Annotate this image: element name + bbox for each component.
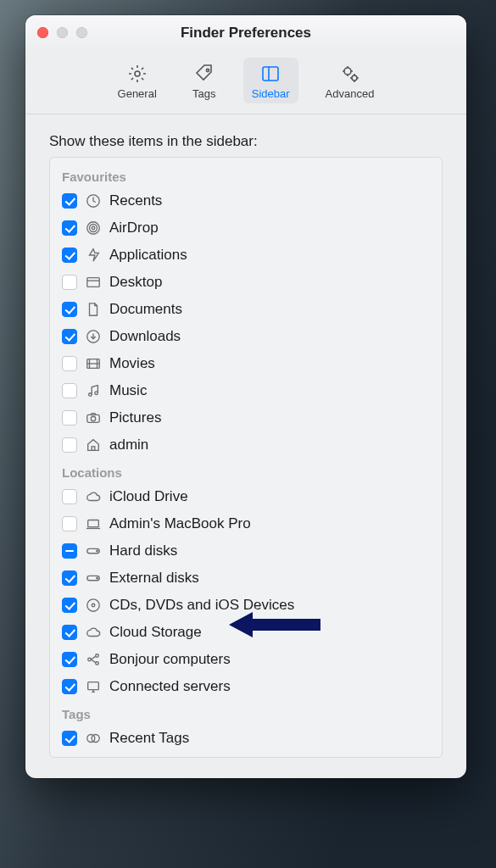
label-pictures: Pictures: [109, 409, 161, 426]
instruction-label: Show these items in the sidebar:: [49, 133, 443, 150]
checkbox-recents[interactable]: [62, 193, 77, 209]
svg-point-29: [88, 658, 92, 661]
row-movies: Movies: [50, 350, 442, 377]
svg-rect-22: [88, 520, 99, 527]
svg-point-26: [97, 577, 98, 578]
checkbox-pictures[interactable]: [62, 410, 77, 426]
tab-tags[interactable]: Tags: [184, 58, 225, 103]
svg-point-28: [92, 604, 95, 607]
svg-point-0: [135, 71, 140, 76]
checkbox-recenttags[interactable]: [62, 731, 77, 746]
disc-icon: [85, 597, 102, 614]
label-harddisks: Hard disks: [109, 542, 177, 559]
checkbox-downloads[interactable]: [62, 329, 77, 344]
label-cloudstorage: Cloud Storage: [109, 624, 202, 641]
svg-rect-10: [87, 278, 99, 287]
label-recents: Recents: [109, 192, 162, 209]
row-documents: Documents: [50, 296, 442, 323]
row-music: Music: [50, 377, 442, 404]
download-icon: [85, 328, 102, 345]
row-admin: admin: [50, 431, 442, 459]
label-servers: Connected servers: [109, 678, 231, 695]
tab-general[interactable]: General: [109, 58, 165, 103]
checkbox-cloudstorage[interactable]: [62, 625, 77, 640]
document-icon: [85, 301, 102, 318]
svg-point-7: [92, 226, 95, 230]
row-airdrop: AirDrop: [50, 214, 442, 242]
checkbox-thismac[interactable]: [62, 516, 77, 531]
checkbox-airdrop[interactable]: [62, 220, 77, 236]
svg-point-4: [344, 68, 351, 75]
label-music: Music: [109, 382, 147, 399]
label-airdrop: AirDrop: [109, 220, 159, 236]
close-button[interactable]: [37, 27, 48, 38]
label-admin: admin: [109, 437, 148, 453]
monitor-icon: [85, 678, 102, 695]
svg-point-1: [206, 69, 209, 71]
tab-label: Advanced: [326, 87, 375, 100]
label-documents: Documents: [109, 301, 182, 318]
tab-label: General: [118, 87, 157, 100]
row-servers: Connected servers: [50, 673, 442, 700]
label-external: External disks: [109, 570, 199, 587]
tab-sidebar[interactable]: Sidebar: [243, 58, 298, 103]
svg-point-18: [95, 392, 98, 395]
row-cds: CDs, DVDs and iOS Devices: [50, 592, 442, 619]
checkbox-movies[interactable]: [62, 356, 77, 371]
row-desktop: Desktop: [50, 269, 442, 296]
section-favourites: Favourites: [50, 163, 442, 187]
minimize-button[interactable]: [57, 27, 68, 38]
row-external: External disks: [50, 565, 442, 592]
svg-point-8: [90, 225, 98, 232]
laptop-icon: [85, 515, 102, 532]
row-applications: Applications: [50, 242, 442, 269]
network-icon: [85, 651, 102, 668]
checkbox-documents[interactable]: [62, 302, 77, 317]
sidebar-items-panel: Favourites Recents AirDrop Applications …: [49, 157, 443, 758]
row-recents: Recents: [50, 187, 442, 214]
svg-point-17: [89, 393, 92, 397]
checkbox-cds[interactable]: [62, 598, 77, 613]
svg-point-24: [97, 550, 98, 551]
checkbox-applications[interactable]: [62, 248, 77, 263]
row-downloads: Downloads: [50, 323, 442, 350]
checkbox-bonjour[interactable]: [62, 652, 77, 667]
checkbox-harddisks[interactable]: [62, 543, 77, 559]
tab-advanced[interactable]: Advanced: [317, 58, 383, 103]
checkbox-servers[interactable]: [62, 679, 77, 694]
section-locations: Locations: [50, 459, 442, 483]
window-controls: [37, 27, 87, 38]
checkbox-admin[interactable]: [62, 437, 77, 453]
titlebar: Finder Preferences: [25, 15, 466, 51]
label-applications: Applications: [109, 247, 187, 264]
home-icon: [85, 437, 102, 453]
label-thismac: Admin's MacBook Pro: [109, 515, 251, 532]
row-icloud: iCloud Drive: [50, 483, 442, 510]
zoom-button[interactable]: [76, 27, 87, 38]
checkbox-music[interactable]: [62, 383, 77, 398]
row-cloudstorage: Cloud Storage: [50, 619, 442, 646]
row-pictures: Pictures: [50, 404, 442, 431]
svg-point-20: [91, 416, 95, 420]
row-recenttags: Recent Tags: [50, 725, 442, 752]
content: Show these items in the sidebar: Favouri…: [25, 114, 466, 778]
tab-label: Sidebar: [252, 87, 290, 100]
label-movies: Movies: [109, 355, 155, 372]
label-icloud: iCloud Drive: [109, 488, 188, 505]
checkbox-desktop[interactable]: [62, 275, 77, 290]
preferences-window: Finder Preferences General Tags Sidebar …: [25, 15, 466, 778]
music-icon: [85, 382, 102, 399]
svg-rect-32: [88, 682, 99, 690]
checkbox-external[interactable]: [62, 570, 77, 586]
tab-label: Tags: [192, 87, 215, 100]
cloud-icon: [85, 624, 102, 641]
toolbar: General Tags Sidebar Advanced: [25, 51, 466, 114]
gears-icon: [338, 63, 362, 85]
applications-icon: [85, 247, 102, 264]
svg-point-31: [96, 662, 99, 665]
checkbox-icloud[interactable]: [62, 489, 77, 504]
disk-icon: [85, 542, 102, 559]
gear-icon: [125, 63, 149, 85]
cloud-icon: [85, 488, 102, 505]
svg-rect-2: [263, 67, 278, 81]
